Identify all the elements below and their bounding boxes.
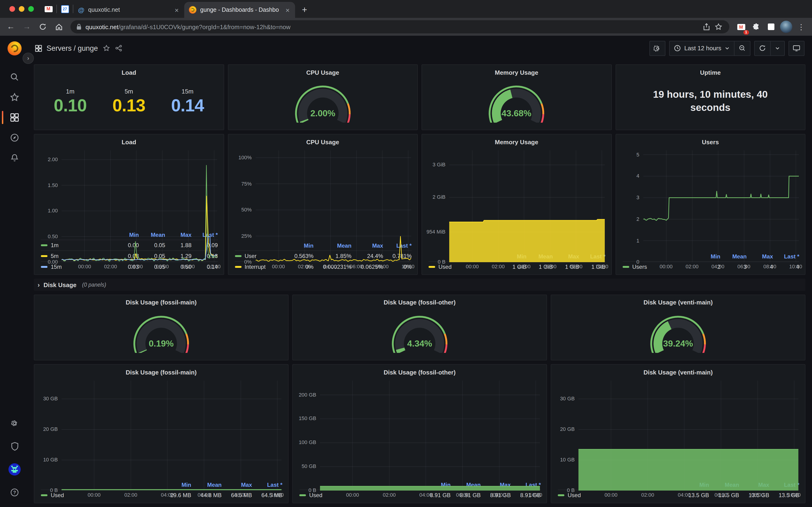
- x-axis-label: 04:00: [324, 264, 337, 270]
- panel-disk-gauge-fossil-main[interactable]: Disk Usage (fossil-main) 0.19%: [34, 295, 289, 360]
- extensions-button[interactable]: [749, 20, 763, 34]
- browser-menu-button[interactable]: ⋮: [794, 20, 808, 34]
- reload-button[interactable]: [36, 20, 50, 34]
- pinned-tab-gmail[interactable]: M: [41, 0, 56, 18]
- plot-area[interactable]: 0 B10 GB20 GB30 GB00:0002:0004:0006:0008…: [551, 378, 805, 480]
- refresh-interval-dropdown[interactable]: [770, 41, 784, 55]
- panel-memory-graph[interactable]: Memory Usage 0 B954 MiB2 GiB3 GiB00:0002…: [421, 134, 612, 275]
- cpu-gauge: 2.00%: [292, 82, 354, 123]
- legend-swatch-icon: [41, 494, 48, 496]
- sidebar-expand-button[interactable]: ›: [22, 53, 34, 64]
- panel-disk-graph-fossil-main[interactable]: Disk Usage (fossil-main) 0 B10 GB20 GB30…: [34, 364, 289, 503]
- legend-series-name[interactable]: Used: [41, 490, 161, 500]
- sidebar-item-explore[interactable]: [5, 130, 24, 146]
- panel-load-stat[interactable]: Load 1m 0.10 5m 0.13 15m 0.14: [34, 65, 224, 130]
- forward-button[interactable]: →: [20, 20, 34, 34]
- pinned-tab-calendar[interactable]: 27: [57, 0, 73, 18]
- gmail-extension-icon: M: [737, 24, 745, 30]
- panel-uptime[interactable]: Uptime 19 hours, 10 minutes, 40 seconds: [615, 65, 805, 130]
- refresh-icon: [759, 45, 766, 52]
- y-axis-label: 2 GiB: [422, 194, 446, 200]
- panel-cpu-graph[interactable]: CPU Usage 0%25%50%75%100%00:0002:0004:00…: [228, 134, 418, 275]
- refresh-button[interactable]: [755, 41, 770, 55]
- panel-disk-gauge-venti-main[interactable]: Disk Usage (venti-main) 39.24%: [551, 295, 805, 360]
- x-axis-label: 06:00: [156, 264, 169, 270]
- screenshot-extension-button[interactable]: [764, 20, 778, 34]
- svg-text:4.34%: 4.34%: [407, 339, 432, 348]
- legend-series-name[interactable]: Used: [299, 490, 420, 500]
- bookmark-star-button[interactable]: [712, 21, 724, 33]
- plot-area[interactable]: 0%25%50%75%100%00:0002:0004:0006:0008:00…: [228, 148, 417, 241]
- url-text: quuxotic.net/grafana/d/-s1U0COVk/gunge?o…: [85, 23, 700, 30]
- browser-profile-avatar[interactable]: [779, 20, 793, 34]
- plot-area[interactable]: 01234500:0002:0004:0006:0008:0010:00: [616, 148, 805, 252]
- breadcrumb-text: Servers / gunge: [47, 44, 98, 52]
- panel-load-graph[interactable]: Load 0.000.501.001.502.0000:0002:0004:00…: [34, 134, 224, 275]
- y-axis-label: 3 GiB: [422, 162, 446, 168]
- panel-users-graph[interactable]: Users 01234500:0002:0004:0006:0008:0010:…: [615, 134, 805, 275]
- sidebar-item-alerting[interactable]: [5, 150, 24, 166]
- window-zoom-button[interactable]: [28, 6, 34, 12]
- row-disk-usage[interactable]: › Disk Usage (0 panels): [34, 279, 805, 291]
- x-axis-label: 00:00: [88, 492, 101, 498]
- favorite-star-button[interactable]: [103, 45, 110, 52]
- x-axis-label: 10:00: [788, 492, 801, 498]
- compass-icon: [10, 133, 19, 143]
- tab-title: gunge - Dashboards - Dashbo: [200, 7, 280, 13]
- tv-mode-button[interactable]: [789, 41, 805, 56]
- y-axis-label: 20 GB: [551, 426, 575, 432]
- y-axis-label: 2.00: [34, 157, 58, 162]
- x-axis-label: 04:00: [518, 264, 530, 270]
- gmail-extension-button[interactable]: M 1: [734, 20, 748, 34]
- x-axis-label: 10:00: [789, 264, 802, 270]
- plot-area[interactable]: 0 B10 GB20 GB30 GB00:0002:0004:0006:0008…: [34, 378, 288, 480]
- y-axis-label: 0.00: [34, 259, 58, 265]
- panel-title: Load: [34, 65, 223, 78]
- x-axis-label: 06:00: [197, 492, 211, 498]
- new-tab-button[interactable]: +: [298, 3, 311, 16]
- share-button[interactable]: [700, 21, 712, 33]
- panel-disk-gauge-fossil-other[interactable]: Disk Usage (fossil-other) 4.34%: [292, 295, 547, 360]
- window-minimize-button[interactable]: [19, 6, 24, 12]
- panel-disk-graph-fossil-other[interactable]: Disk Usage (fossil-other) 0 B50 GB100 GB…: [292, 364, 547, 503]
- tab-grafana-active[interactable]: gunge - Dashboards - Dashbo ×: [184, 2, 295, 18]
- stat-value: 0.10: [54, 96, 87, 116]
- stat-value: 0.13: [112, 96, 145, 116]
- legend-series-name[interactable]: Used: [558, 490, 679, 500]
- panel-disk-graph-venti-main[interactable]: Disk Usage (venti-main) 0 B10 GB20 GB30 …: [551, 364, 805, 503]
- panel-title: Disk Usage (fossil-main): [34, 364, 288, 378]
- sidebar-item-help[interactable]: ?: [5, 485, 24, 500]
- sidebar-item-server-admin[interactable]: [5, 438, 24, 454]
- row-collapse-chevron-icon: ›: [38, 281, 40, 288]
- sidebar-item-search[interactable]: [5, 69, 24, 85]
- user-avatar-pixel-icon: [8, 463, 21, 475]
- dashboard-settings-button[interactable]: [649, 41, 665, 56]
- legend-swatch-icon: [235, 256, 241, 257]
- sidebar-item-dashboards[interactable]: [5, 110, 24, 125]
- tab-close-icon[interactable]: ×: [284, 6, 291, 14]
- back-button[interactable]: ←: [4, 20, 18, 34]
- sidebar-item-profile[interactable]: [5, 461, 24, 477]
- panel-memory-gauge[interactable]: Memory Usage 43.68%: [421, 65, 612, 130]
- time-range-picker[interactable]: Last 12 hours: [670, 41, 734, 55]
- tab-quuxotic[interactable]: @ quuxotic.net ×: [73, 2, 184, 18]
- sidebar-item-starred[interactable]: [5, 89, 24, 105]
- grafana-logo[interactable]: [7, 41, 21, 55]
- screen: M 27 @ quuxotic.net × gunge - Dashboards…: [0, 0, 812, 507]
- breadcrumb[interactable]: Servers / gunge: [35, 44, 122, 52]
- plot-area[interactable]: 0 B954 MiB2 GiB3 GiB00:0002:0004:0006:00…: [422, 148, 611, 252]
- zoom-out-time-button[interactable]: [734, 41, 750, 55]
- window-close-button[interactable]: [9, 6, 15, 12]
- home-button[interactable]: [52, 20, 66, 34]
- tab-title: quuxotic.net: [88, 7, 169, 13]
- plot-area[interactable]: 0.000.501.001.502.0000:0002:0004:0006:00…: [34, 148, 223, 230]
- address-bar[interactable]: quuxotic.net/grafana/d/-s1U0COVk/gunge?o…: [70, 20, 729, 33]
- sidebar-item-configuration[interactable]: [5, 415, 24, 431]
- legend-swatch-icon: [558, 494, 564, 496]
- panel-cpu-gauge[interactable]: CPU Usage 2.00%: [228, 65, 418, 130]
- plot-area[interactable]: 0 B50 GB100 GB150 GB200 GB00:0002:0004:0…: [293, 378, 546, 480]
- tab-close-icon[interactable]: ×: [173, 6, 180, 14]
- x-axis-label: 06:00: [350, 264, 362, 270]
- x-axis-label: 02:00: [104, 264, 117, 270]
- share-dashboard-button[interactable]: [115, 45, 122, 52]
